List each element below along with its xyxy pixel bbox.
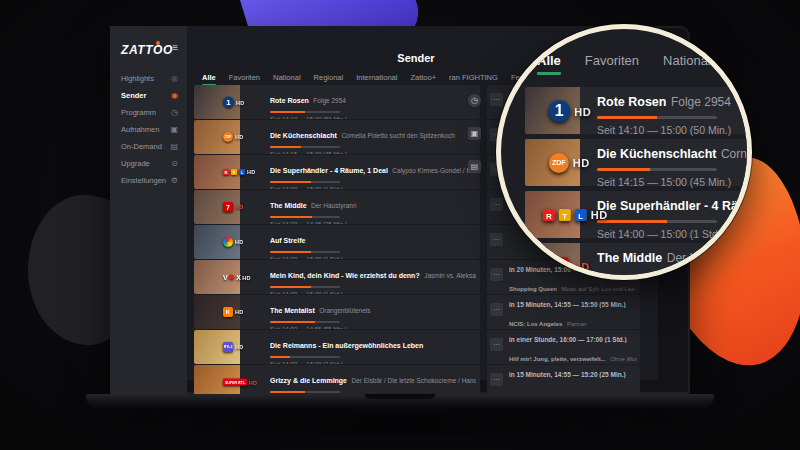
program-time: Seit 14:10 — 15:00 (50 Min.) [270, 116, 476, 119]
more-options-button[interactable]: ⋯ [490, 93, 503, 106]
clock-icon[interactable]: ◷ [468, 94, 481, 107]
sat1-ball-icon [223, 237, 233, 247]
sidebar-label: Einstellungen [121, 172, 166, 189]
program-time: Seit 14:10 — 15:00 (50 Min.) [597, 124, 752, 136]
das-erste-logo: 1HD [223, 97, 244, 108]
upgrade-icon: ⊙ [171, 155, 178, 172]
more-options-button[interactable]: ⋯ [490, 373, 503, 380]
next-title: Hilf mir! Jung, pleite, verzweifelt... [509, 356, 606, 362]
more-options-button[interactable]: ⋯ [490, 198, 503, 211]
program-title: Grizzy & die Lemminge [270, 377, 347, 380]
now-card[interactable]: RTLHD Die Superhändler - 4 Räume, 1 Deal… [194, 155, 480, 189]
program-subtitle: Der Eisbär / Die letzte Schokocreme / Ha… [351, 377, 476, 380]
next-card[interactable]: ⋯ in 15 Minuten, 14:55 — 15:50 (55 Min.)… [487, 295, 640, 329]
progress-track [270, 251, 340, 253]
progress-track [270, 146, 340, 148]
sidebar-item-programm[interactable]: Programm ◷ [110, 104, 187, 121]
program-time: Seit 14:00 — 15:00 (1 Std.) [270, 291, 476, 294]
vox-o-icon [229, 275, 234, 280]
sidebar-label: Aufnahmen [121, 121, 159, 138]
progress-track [270, 356, 340, 358]
vox-logo: VXHD [223, 274, 251, 281]
tab-favoriten[interactable]: Favoriten [585, 53, 639, 75]
more-options-button[interactable]: ⋯ [490, 338, 503, 351]
next-title: NCIS: Los Angeles [509, 321, 562, 327]
sidebar-item-highlights[interactable]: Highlights ◎ [110, 70, 187, 87]
kabel-eins-logo: KHD [223, 307, 243, 317]
sidebar-label: Programm [121, 104, 156, 121]
program-title: The Mentalist [270, 307, 315, 314]
magnifier-loupe: Alle Favoriten National Regional 1HD Rot… [496, 24, 752, 280]
now-card[interactable]: 7HD The Middle Der Haustyrann Seit 14:20… [194, 190, 480, 224]
zdf-logo: ZDFHD [223, 132, 243, 142]
progress-track [597, 168, 717, 171]
program-time: Seit 14:00 — 15:00 (1 Std.) [270, 186, 476, 189]
logo-orange-dot-icon [156, 41, 160, 45]
super-rtl-logo: SUPER RTLHD [223, 379, 257, 381]
magnified-row-rtl[interactable]: RTLHD Die Superhändler - 4 Räume, 1 Deal… [525, 191, 752, 238]
next-card[interactable]: ⋯ in 15 Minuten, 14:55 — 15:20 (25 Min.) [487, 365, 640, 380]
sidebar-item-aufnahmen[interactable]: Aufnahmen ▣ [110, 121, 187, 138]
magnified-row-zdf[interactable]: ZDFHD Die Küchenschlacht Cornelia Polett… [525, 139, 752, 186]
laptop-base-notch [365, 394, 435, 399]
zattoo-logo[interactable]: ZATTOO [121, 43, 173, 57]
now-card[interactable]: HD Auf Streife Seit 14:00 — 15:00 (1 Std… [194, 225, 480, 259]
program-title: Die Küchenschlacht [597, 147, 716, 161]
tab-alle[interactable]: Alle [537, 53, 561, 75]
program-subtitle: Folge 2954 [671, 95, 731, 109]
sidebar-item-ondemand[interactable]: On-Demand ▤ [110, 138, 187, 155]
now-card[interactable]: KHD The Mentalist Orangenblüteneis Seit … [194, 295, 480, 329]
more-options-button[interactable]: ⋯ [490, 268, 503, 281]
next-card[interactable]: ⋯ in einer Stunde, 16:00 — 17:00 (1 Std.… [487, 330, 640, 364]
sidebar-item-upgrade[interactable]: Upgrade ⊙ [110, 155, 187, 172]
progress-track [597, 220, 717, 223]
channel-row-super-rtl: SUPER RTLHD Grizzy & die Lemminge Der Ei… [194, 365, 640, 380]
tab-regional[interactable]: Regional [735, 53, 752, 75]
program-time: Seit 14:00 — 16:00 (2 Std.) [270, 361, 476, 364]
laptop-shadow [120, 412, 680, 438]
next-when: in einer Stunde, 16:00 — 17:00 (1 Std.) [509, 336, 637, 343]
next-subtitle: Partner [567, 321, 587, 327]
rtl-logo: RTLHD [543, 209, 608, 221]
program-title: Rote Rosen [270, 97, 309, 104]
now-card[interactable]: ZDFHD Die Küchenschlacht Cornelia Polett… [194, 120, 480, 154]
next-when: in 15 Minuten, 14:55 — 15:20 (25 Min.) [509, 371, 637, 378]
prosieben-logo: 7HD [223, 202, 243, 212]
progress-bar [597, 116, 657, 119]
sidebar-item-einstellungen[interactable]: Einstellungen ⚙ [110, 172, 187, 189]
program-subtitle: Folge 2954 [313, 97, 346, 104]
progress-track [597, 116, 717, 119]
progress-bar [270, 251, 311, 253]
magnified-row-das-erste[interactable]: 1HD Rote Rosen Folge 2954 Seit 14:10 — 1… [525, 87, 752, 134]
program-subtitle: Calypso Kirmes-Gondel / Minibar / Schauk… [392, 167, 476, 174]
rtl-logo: RTLHD [223, 169, 255, 175]
progress-bar [270, 321, 315, 323]
program-title: Die Superhändler - 4 Räume, 1 Deal [597, 199, 752, 213]
ondemand-icon: ▤ [170, 138, 178, 155]
progress-track [270, 216, 340, 218]
program-title: Die Reimanns - Ein außergewöhnliches Leb… [270, 342, 423, 349]
program-title: Die Küchenschlacht [270, 132, 337, 139]
now-card[interactable]: VXHD Mein Kind, dein Kind - Wie erziehst… [194, 260, 480, 294]
highlights-icon: ◎ [171, 70, 178, 87]
magnified-filter-tabs: Alle Favoriten National Regional [537, 53, 752, 75]
program-title: Mein Kind, dein Kind - Wie erziehst du d… [270, 272, 420, 279]
progress-bar [270, 356, 290, 358]
program-subtitle: Der Haustyrann [311, 202, 357, 209]
now-card[interactable]: SUPER RTLHD Grizzy & die Lemminge Der Ei… [194, 365, 480, 380]
program-title: Rote Rosen [597, 95, 666, 109]
progress-bar [270, 146, 301, 148]
tab-national[interactable]: National [663, 53, 711, 75]
sidebar-label: Highlights [121, 70, 154, 87]
more-options-button[interactable]: ⋯ [490, 233, 503, 246]
next-when: in 15 Minuten, 14:55 — 15:50 (55 Min.) [509, 301, 637, 308]
aufnahmen-icon: ▣ [170, 121, 178, 138]
sidebar-item-sender[interactable]: Sender ◉ [110, 87, 187, 104]
guide-icon[interactable]: ▤ [468, 160, 481, 173]
next-subtitle: Motto auf Sylt: Luv und Lee - Sei die Be… [561, 286, 637, 292]
now-card[interactable]: 1HD Rote Rosen Folge 2954 Seit 14:10 — 1… [194, 85, 480, 119]
now-card[interactable]: RTL2HD Die Reimanns - Ein außergewöhnlic… [194, 330, 480, 364]
hamburger-menu-icon[interactable]: ≡ [172, 43, 178, 53]
more-options-button[interactable]: ⋯ [490, 303, 503, 316]
cast-icon[interactable]: ▣ [468, 127, 481, 140]
